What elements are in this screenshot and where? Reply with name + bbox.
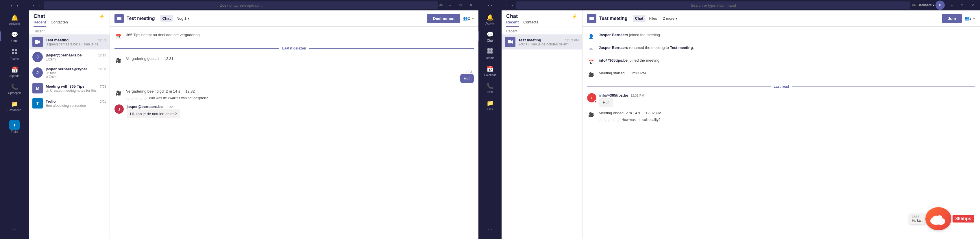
join-button-right[interactable]: Join — [942, 14, 962, 23]
star2-right[interactable]: ☆ — [603, 118, 607, 123]
back-button-left[interactable]: ‹ — [9, 2, 14, 10]
avatar-jasper-be-left: J — [32, 52, 43, 62]
join-button-left[interactable]: Deelnemen — [427, 14, 460, 23]
last-read-divider-left: Laatst gelezen — [115, 46, 474, 50]
user-content-365tips: info@365tips.be 12:31 PM Hoi! — [599, 93, 644, 107]
tab-contacts-left[interactable]: Contacten — [51, 20, 68, 27]
narrow-item-calls[interactable]: 📞 Calls — [479, 79, 501, 96]
tab-nog1-left[interactable]: Nog 1 ▾ — [174, 15, 192, 22]
narrow-teams-icon — [487, 48, 493, 55]
narrow-back-btn[interactable]: ‹ — [488, 3, 489, 8]
participants-left: 👥2 ≡ — [463, 16, 474, 21]
narrow-more[interactable]: ··· — [479, 222, 501, 239]
narrow-item-activity[interactable]: 🔔 Activity — [479, 10, 501, 27]
compose-button-left[interactable]: ✏ — [439, 3, 443, 8]
right-back-btn[interactable]: ‹ — [504, 2, 509, 8]
filter-icon-left[interactable]: ⚡ — [99, 14, 105, 19]
svg-marker-7 — [120, 17, 121, 20]
tab-recent-left[interactable]: Recent — [33, 20, 46, 27]
quality-text-left: Wat was de kwaliteit van het gesprek? — [149, 96, 208, 100]
star5-right[interactable]: ☆ — [616, 118, 620, 123]
chat-preview-trello: Een afbeelding verzonden — [46, 104, 106, 108]
tab-recent-right[interactable]: Recent — [506, 20, 519, 27]
close-button-right[interactable]: ✕ — [967, 0, 978, 10]
user-content-jasper-left: jasper@bernaers.be 12:32 Hi, kan je de n… — [127, 104, 180, 118]
chat-item-content-left: Test meeting 12:32 jasper@bernaers.be: H… — [46, 38, 106, 46]
avatar-jasper-syner: J — [32, 67, 43, 78]
compose-button-right[interactable]: ✏ — [912, 3, 916, 8]
titlebar-nav: ‹ › — [31, 2, 42, 8]
meeting-started-icon: 🎥 — [587, 71, 595, 79]
search-input-right[interactable] — [516, 2, 910, 9]
sidebar-item-agenda[interactable]: 📅 Agenda — [0, 63, 29, 80]
search-input-left[interactable] — [44, 2, 438, 9]
chat-item-meeting365[interactable]: M Meeting with 365 Tips 7/03 U: Created … — [29, 81, 110, 96]
svg-rect-3 — [15, 52, 17, 54]
star3-left[interactable]: ☆ — [135, 96, 138, 101]
forward-nav-btn[interactable]: › — [37, 2, 42, 8]
star3-right[interactable]: ☆ — [608, 118, 611, 123]
start-icon-left: 🎥 — [115, 56, 123, 64]
star2-left[interactable]: ☆ — [130, 96, 134, 101]
last-read-line-left — [115, 48, 279, 49]
main-chat-left: Test meeting Chat Nog 1 ▾ Deelnemen 👥2 ≡ — [110, 10, 479, 239]
narrow-forward-btn[interactable]: › — [491, 3, 492, 8]
chat-item-jasper-syner-left[interactable]: J jasper.bernaers@syner... 12:08 U: test… — [29, 65, 110, 81]
sidebar-item-activity[interactable]: 🔔 Activiteit — [0, 11, 29, 28]
forward-button-left[interactable]: › — [15, 2, 20, 10]
chat-item-jasper-be-left[interactable]: J jasper@bernaers.be 12:13 Extern — [29, 49, 110, 65]
chat-preview-right-meeting: You: Hi, kan je de notulen delen? — [518, 42, 579, 46]
chat-item-test-meeting-right[interactable]: Test meeting 12:32 PM You: Hi, kan je de… — [501, 34, 582, 49]
logo365-badge: 12:32 Hi, ka... 365tips — [909, 207, 974, 230]
chat-tabs-right: Recent Contacts — [506, 20, 578, 27]
chat-item-trello-left[interactable]: T Trello 2/01 Een afbeelding verzonden — [29, 96, 110, 111]
sidebar-more[interactable]: ··· — [0, 222, 29, 239]
narrow-item-files[interactable]: 📁 Files — [479, 96, 501, 113]
sidebar-item-trello[interactable]: T Trello — [0, 116, 29, 136]
sidebar-item-chat[interactable]: 💬 Chat — [0, 28, 29, 45]
tab-contacts-right[interactable]: Contacts — [523, 20, 538, 27]
tab-chat-left[interactable]: Chat — [160, 15, 173, 22]
narrow-item-calendar[interactable]: 📅 Calendar — [479, 62, 501, 79]
sidebar-item-calls[interactable]: 📞 Oproepen — [0, 80, 29, 97]
messages-area-left: 📅 365 Tips neemt nu deel aan het vergade… — [110, 27, 479, 239]
left-sidebar: ‹ › 🔔 Activiteit 💬 Chat Teams 📅 — [0, 0, 29, 239]
star4-left[interactable]: ☆ — [139, 96, 143, 101]
narrow-item-teams[interactable]: Teams — [479, 45, 501, 62]
chat-time-right-meeting: 12:32 PM — [565, 38, 579, 42]
tab-more-right[interactable]: 2 more ▾ — [660, 15, 680, 22]
chat-item-test-meeting-left[interactable]: Test meeting 12:32 jasper@bernaers.be: H… — [29, 34, 110, 49]
sys-msg-end-right: 🎥 Meeting ended 2 m 14 s 12:32 PM ☆ ☆ ☆ … — [587, 109, 975, 124]
back-nav-btn[interactable]: ‹ — [31, 2, 36, 8]
star4-right[interactable]: ☆ — [612, 118, 616, 123]
right-forward-btn[interactable]: › — [510, 2, 515, 8]
star1-left[interactable]: ☆ — [126, 96, 130, 101]
maximize-button-right[interactable]: □ — [957, 0, 967, 10]
sidebar-item-files[interactable]: 📁 Bestanden — [0, 97, 29, 114]
svg-rect-10 — [487, 51, 490, 54]
tab-chat-right[interactable]: Chat — [633, 15, 646, 22]
minimize-button-left[interactable]: – — [445, 0, 455, 10]
chat-name-meeting365: Meeting with 365 Tips — [46, 84, 84, 89]
user-info-right[interactable]: Bernaers ▾ B — [918, 1, 945, 10]
star1-right[interactable]: ☆ — [599, 118, 603, 123]
tab-files-right[interactable]: Files — [647, 15, 659, 22]
maximize-button-left[interactable]: □ — [455, 0, 466, 10]
minimize-button-right[interactable]: – — [947, 0, 957, 10]
star5-left[interactable]: ☆ — [143, 96, 147, 101]
user-name-365tips: info@365tips.be — [599, 93, 628, 97]
agenda-icon: 📅 — [11, 66, 18, 73]
close-button-left[interactable]: ✕ — [466, 0, 476, 10]
main-chat-right: Test meeting Chat Files 2 more ▾ Join 👥2… — [582, 10, 980, 239]
teams-icon — [11, 48, 18, 56]
narrow-titlebar: ‹ › — [479, 0, 501, 10]
narrow-activity-icon: 🔔 — [487, 14, 494, 21]
narrow-item-chat[interactable]: 💬 Chat — [479, 27, 501, 45]
user-msg-jasper-left: J jasper@bernaers.be 12:32 Hi, kan je de… — [115, 104, 474, 118]
filter-icon-right[interactable]: ⚡ — [572, 14, 578, 19]
sidebar-item-teams[interactable]: Teams — [0, 45, 29, 63]
trello-icon: T — [9, 120, 20, 130]
meeting-started-text: Meeting started 12:31 PM — [599, 71, 646, 76]
svg-rect-8 — [487, 48, 490, 51]
user-avatar-right[interactable]: B — [935, 1, 945, 10]
